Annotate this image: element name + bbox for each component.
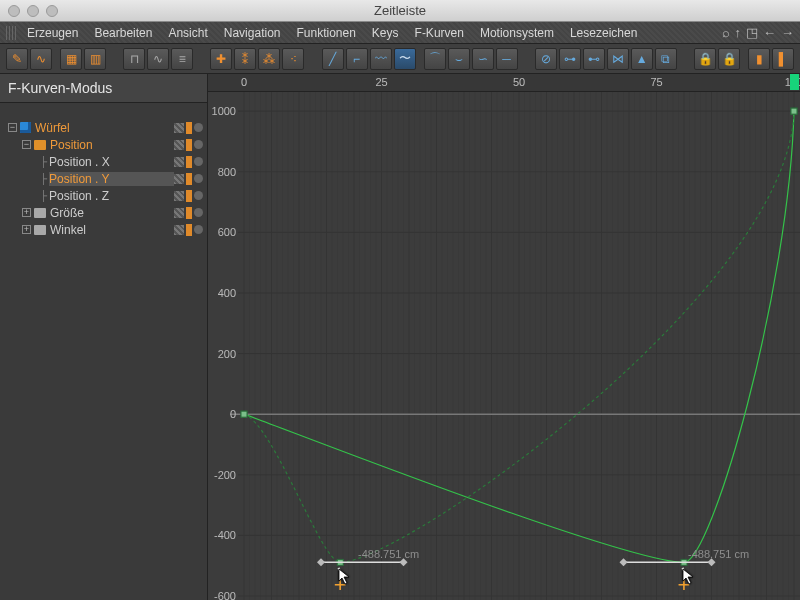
mode-fcurve-button[interactable]: ∿ bbox=[30, 48, 52, 70]
layer-badge-icon[interactable] bbox=[174, 157, 184, 167]
graph-area[interactable]: 0255075100 10008006004002000-200-400-600… bbox=[208, 74, 800, 600]
layer-badge-icon[interactable] bbox=[174, 140, 184, 150]
folder-icon bbox=[34, 140, 46, 150]
key-badge-icon[interactable] bbox=[186, 156, 192, 168]
record-key-button[interactable]: ⁂ bbox=[258, 48, 280, 70]
tree-row-4[interactable]: ├Position . Z bbox=[0, 187, 207, 204]
curve-plot[interactable]: 10008006004002000-200-400-600 -488.751 c… bbox=[208, 92, 800, 600]
svg-rect-126 bbox=[241, 411, 247, 417]
ease-flat-button[interactable]: ─ bbox=[496, 48, 518, 70]
ease-out-button[interactable]: ⌣ bbox=[448, 48, 470, 70]
nav-left-icon[interactable]: ← bbox=[763, 25, 776, 40]
layer-badge-icon[interactable] bbox=[174, 123, 184, 133]
ruler-tick: 75 bbox=[650, 76, 662, 88]
mode-overview-button[interactable]: ▥ bbox=[84, 48, 106, 70]
track-badges bbox=[174, 173, 203, 185]
mute-badge-icon[interactable] bbox=[194, 157, 203, 166]
expander-icon[interactable]: − bbox=[22, 140, 31, 149]
time-ruler[interactable]: 0255075100 bbox=[208, 74, 800, 92]
weighted-button[interactable]: ⋈ bbox=[607, 48, 629, 70]
tree-row-2[interactable]: ├Position . X bbox=[0, 153, 207, 170]
mute-badge-icon[interactable] bbox=[194, 140, 203, 149]
marker-tool-button[interactable]: ▌ bbox=[772, 48, 794, 70]
clamp-button[interactable]: ▲ bbox=[631, 48, 653, 70]
layer-badge-icon[interactable] bbox=[174, 191, 184, 201]
key-badge-icon[interactable] bbox=[186, 122, 192, 134]
key-badge-icon[interactable] bbox=[186, 190, 192, 202]
key-badge-icon[interactable] bbox=[186, 224, 192, 236]
ruler-tick: 0 bbox=[241, 76, 247, 88]
menu-lesezeichen[interactable]: Lesezeichen bbox=[563, 26, 644, 40]
expander-icon[interactable]: + bbox=[22, 208, 31, 217]
track-badges bbox=[174, 224, 203, 236]
menu-f-kurven[interactable]: F-Kurven bbox=[408, 26, 471, 40]
lock-value-button[interactable]: 🔒 bbox=[718, 48, 740, 70]
tree-row-5[interactable]: +Größe bbox=[0, 204, 207, 221]
cube-icon bbox=[20, 122, 31, 133]
lock-tangent-button[interactable]: ⊷ bbox=[583, 48, 605, 70]
nav-up-icon[interactable]: ↑ bbox=[735, 25, 742, 40]
tangent-step-button[interactable]: ⌐ bbox=[346, 48, 368, 70]
autokey-button[interactable]: ⁖ bbox=[282, 48, 304, 70]
object-tree: −Würfel−Position├Position . X├Position .… bbox=[0, 103, 207, 238]
menu-funktionen[interactable]: Funktionen bbox=[289, 26, 362, 40]
key-badge-icon[interactable] bbox=[186, 207, 192, 219]
svg-rect-128 bbox=[791, 108, 797, 114]
playhead[interactable] bbox=[790, 74, 799, 90]
expander-icon[interactable]: + bbox=[22, 225, 31, 234]
mode-key-button[interactable]: ✎ bbox=[6, 48, 28, 70]
nav-right-icon[interactable]: → bbox=[781, 25, 794, 40]
key-badge-icon[interactable] bbox=[186, 173, 192, 185]
lock-time-button[interactable]: 🔒 bbox=[694, 48, 716, 70]
mute-badge-icon[interactable] bbox=[194, 174, 203, 183]
svg-text:800: 800 bbox=[218, 166, 236, 178]
add-key-button[interactable]: ✚ bbox=[210, 48, 232, 70]
mute-badge-icon[interactable] bbox=[194, 208, 203, 217]
tree-row-3[interactable]: ├Position . Y bbox=[0, 170, 207, 187]
mute-badge-icon[interactable] bbox=[194, 191, 203, 200]
ease-in-button[interactable]: ⌒ bbox=[424, 48, 446, 70]
tree-row-6[interactable]: +Winkel bbox=[0, 221, 207, 238]
sidebar: F-Kurven-Modus −Würfel−Position├Position… bbox=[0, 74, 208, 600]
dock-handle-icon[interactable] bbox=[6, 26, 16, 40]
tree-row-1[interactable]: −Position bbox=[0, 136, 207, 153]
mute-badge-icon[interactable] bbox=[194, 225, 203, 234]
view-dope-button[interactable]: ⊓ bbox=[123, 48, 145, 70]
view-curve-button[interactable]: ∿ bbox=[147, 48, 169, 70]
svg-text:0: 0 bbox=[230, 408, 236, 420]
svg-text:600: 600 bbox=[218, 226, 236, 238]
menu-motionsystem[interactable]: Motionsystem bbox=[473, 26, 561, 40]
snap-button[interactable]: ⧉ bbox=[655, 48, 677, 70]
menu-erzeugen[interactable]: Erzeugen bbox=[20, 26, 85, 40]
ease-ease-button[interactable]: ∽ bbox=[472, 48, 494, 70]
tree-row-0[interactable]: −Würfel bbox=[0, 119, 207, 136]
expander-icon[interactable]: − bbox=[8, 123, 17, 132]
tangent-spline-button[interactable]: 〰 bbox=[370, 48, 392, 70]
value-annotation: -488.751 cm bbox=[688, 548, 749, 560]
tree-label: Winkel bbox=[50, 223, 174, 237]
add-keys-button[interactable]: ⁑ bbox=[234, 48, 256, 70]
tangent-linear-button[interactable]: ╱ bbox=[322, 48, 344, 70]
mute-badge-icon[interactable] bbox=[194, 123, 203, 132]
view-track-button[interactable]: ≡ bbox=[171, 48, 193, 70]
tangent-auto-button[interactable]: 〜 bbox=[394, 48, 416, 70]
mode-motion-button[interactable]: ▦ bbox=[60, 48, 82, 70]
sidebar-title: F-Kurven-Modus bbox=[0, 74, 207, 103]
layer-badge-icon[interactable] bbox=[174, 225, 184, 235]
branch-icon: ├ bbox=[40, 173, 47, 184]
unify-tangent-button[interactable]: ⊶ bbox=[559, 48, 581, 70]
menu-bearbeiten[interactable]: Bearbeiten bbox=[87, 26, 159, 40]
layer-badge-icon[interactable] bbox=[174, 174, 184, 184]
mouse-cursor-icon bbox=[682, 568, 696, 586]
svg-marker-124 bbox=[620, 558, 628, 566]
menu-navigation[interactable]: Navigation bbox=[217, 26, 288, 40]
search-icon[interactable]: ⌕ bbox=[722, 25, 730, 40]
menu-keys[interactable]: Keys bbox=[365, 26, 406, 40]
layer-badge-icon[interactable] bbox=[174, 208, 184, 218]
break-tangent-button[interactable]: ⊘ bbox=[535, 48, 557, 70]
key-badge-icon[interactable] bbox=[186, 139, 192, 151]
menu-ansicht[interactable]: Ansicht bbox=[161, 26, 214, 40]
region-tool-button[interactable]: ▮ bbox=[748, 48, 770, 70]
undock-icon[interactable]: ◳ bbox=[746, 25, 758, 40]
tree-label: Position bbox=[50, 138, 174, 152]
